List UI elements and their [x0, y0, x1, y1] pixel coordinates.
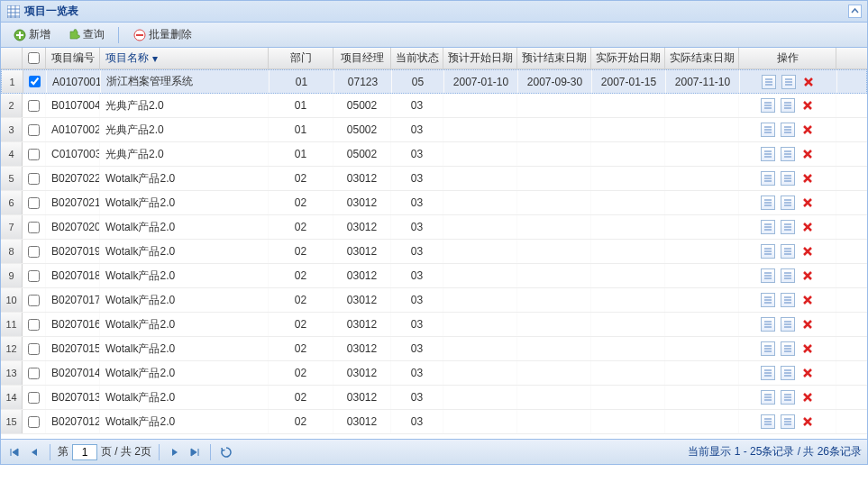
table-row[interactable]: 5B0207022Wotalk产品2.0020301203 — [1, 167, 867, 191]
view-button[interactable] — [762, 75, 776, 89]
delete-button[interactable] — [800, 98, 815, 113]
edit-button[interactable] — [781, 147, 795, 161]
edit-button[interactable] — [781, 414, 795, 429]
row-checkbox[interactable] — [28, 124, 40, 136]
delete-button[interactable] — [800, 147, 815, 161]
row-checkbox[interactable] — [28, 416, 40, 428]
row-checkbox[interactable] — [28, 197, 40, 209]
col-rownum[interactable] — [1, 48, 23, 68]
edit-button[interactable] — [781, 220, 795, 234]
view-button[interactable] — [761, 98, 775, 113]
edit-button[interactable] — [781, 341, 795, 356]
table-row[interactable]: 13B0207014Wotalk产品2.0020301203 — [1, 361, 867, 386]
table-row[interactable]: 15B0207012Wotalk产品2.0020301203 — [1, 410, 867, 434]
delete-button[interactable] — [800, 293, 815, 307]
delete-button[interactable] — [800, 171, 815, 186]
row-checkbox[interactable] — [28, 319, 40, 331]
table-row[interactable]: 7B0207020Wotalk产品2.0020301203 — [1, 215, 867, 240]
edit-button[interactable] — [781, 244, 795, 259]
delete-button[interactable] — [800, 390, 815, 405]
row-checkbox[interactable] — [28, 343, 40, 355]
delete-button[interactable] — [800, 317, 815, 332]
view-button[interactable] — [761, 268, 775, 283]
row-checkbox[interactable] — [28, 173, 40, 185]
row-checkbox[interactable] — [28, 368, 40, 379]
table-row[interactable]: 12B0207015Wotalk产品2.0020301203 — [1, 337, 867, 361]
edit-button[interactable] — [781, 317, 795, 332]
col-code[interactable]: 项目编号 — [46, 48, 100, 68]
view-button[interactable] — [761, 293, 775, 307]
view-button[interactable] — [761, 317, 775, 332]
col-plan-start[interactable]: 预计开始日期 — [443, 48, 517, 68]
edit-button[interactable] — [781, 366, 795, 380]
col-mgr[interactable]: 项目经理 — [333, 48, 391, 68]
view-button[interactable] — [761, 171, 775, 186]
prev-page-button[interactable] — [26, 444, 42, 460]
delete-button[interactable] — [800, 244, 815, 259]
grid-body[interactable]: 1A0107001浙江档案管理系统0107123052007-01-102007… — [1, 69, 867, 439]
col-plan-end[interactable]: 预计结束日期 — [517, 48, 591, 68]
edit-button[interactable] — [781, 390, 795, 405]
col-status[interactable]: 当前状态 — [391, 48, 443, 68]
edit-button[interactable] — [781, 75, 796, 89]
delete-button[interactable] — [800, 414, 815, 429]
col-ops[interactable]: 操作 — [739, 48, 836, 68]
page-input[interactable] — [72, 444, 97, 460]
batch-delete-button[interactable]: 批量删除 — [126, 24, 198, 45]
col-dept[interactable]: 部门 — [269, 48, 333, 68]
delete-button[interactable] — [800, 123, 815, 137]
row-checkbox[interactable] — [28, 392, 40, 404]
table-row[interactable]: 14B0207013Wotalk产品2.0020301203 — [1, 386, 867, 410]
view-button[interactable] — [761, 244, 775, 259]
last-page-button[interactable] — [187, 444, 203, 460]
table-row[interactable]: 6B0207021Wotalk产品2.0020301203 — [1, 191, 867, 215]
col-actual-start[interactable]: 实际开始日期 — [591, 48, 665, 68]
delete-button[interactable] — [800, 341, 815, 356]
row-num: 10 — [1, 288, 23, 312]
view-button[interactable] — [761, 123, 775, 137]
delete-button[interactable] — [800, 220, 815, 234]
edit-button[interactable] — [781, 196, 795, 210]
row-checkbox[interactable] — [28, 100, 40, 112]
delete-button[interactable] — [800, 268, 815, 283]
table-row[interactable]: 3A0107002光典产品2.0010500203 — [1, 118, 867, 142]
edit-button[interactable] — [781, 293, 795, 307]
collapse-button[interactable] — [848, 5, 862, 18]
view-button[interactable] — [761, 414, 775, 429]
row-checkbox[interactable] — [28, 149, 40, 160]
next-page-button[interactable] — [167, 444, 183, 460]
view-button[interactable] — [761, 220, 775, 234]
view-button[interactable] — [761, 196, 775, 210]
row-checkbox[interactable] — [29, 76, 41, 87]
table-row[interactable]: 10B0207017Wotalk产品2.0020301203 — [1, 288, 867, 313]
refresh-button[interactable] — [218, 444, 234, 460]
col-name[interactable]: 项目名称▾ — [100, 48, 269, 68]
delete-button[interactable] — [801, 75, 816, 89]
table-row[interactable]: 8B0207019Wotalk产品2.0020301203 — [1, 240, 867, 264]
col-checkbox[interactable] — [23, 48, 46, 68]
delete-button[interactable] — [800, 196, 815, 210]
table-row[interactable]: 1A0107001浙江档案管理系统0107123052007-01-102007… — [1, 69, 867, 94]
col-actual-end[interactable]: 实际结束日期 — [665, 48, 739, 68]
edit-button[interactable] — [781, 98, 795, 113]
row-checkbox[interactable] — [28, 270, 40, 282]
edit-button[interactable] — [781, 171, 795, 186]
table-row[interactable]: 11B0207016Wotalk产品2.0020301203 — [1, 313, 867, 337]
search-button[interactable]: 查询 — [60, 24, 111, 45]
table-row[interactable]: 4C0107003光典产品2.0010500203 — [1, 142, 867, 167]
view-button[interactable] — [761, 147, 775, 161]
table-row[interactable]: 9B0207018Wotalk产品2.0020301203 — [1, 264, 867, 288]
edit-button[interactable] — [781, 268, 795, 283]
add-button[interactable]: 新增 — [6, 24, 57, 45]
table-row[interactable]: 2B0107004光典产品2.0010500203 — [1, 94, 867, 118]
row-checkbox[interactable] — [28, 222, 40, 233]
row-checkbox[interactable] — [28, 295, 40, 306]
first-page-button[interactable] — [6, 444, 23, 460]
select-all-checkbox[interactable] — [28, 52, 40, 64]
edit-button[interactable] — [781, 123, 795, 137]
view-button[interactable] — [761, 390, 775, 405]
row-checkbox[interactable] — [28, 246, 40, 258]
view-button[interactable] — [761, 366, 775, 380]
view-button[interactable] — [761, 341, 775, 356]
delete-button[interactable] — [800, 366, 815, 380]
